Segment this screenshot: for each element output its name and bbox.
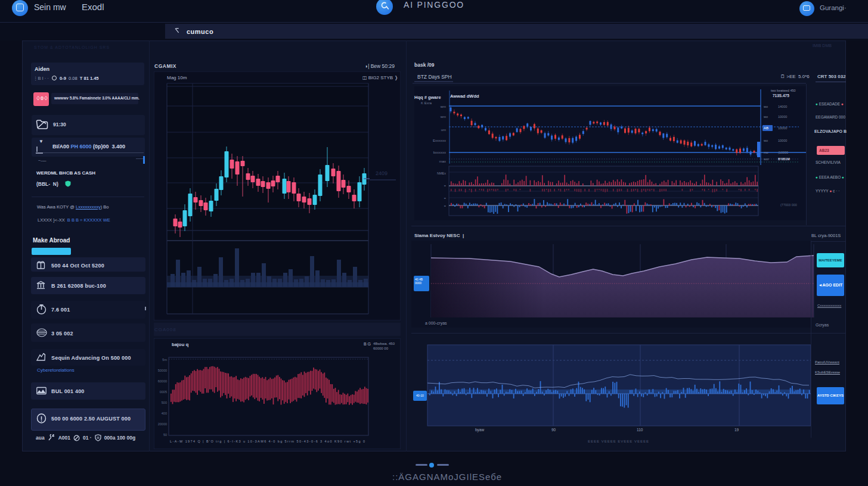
- svg-text:4Bwbwa. 450: 4Bwbwa. 450: [373, 342, 395, 345]
- svg-text:byaw: byaw: [475, 428, 484, 432]
- svg-text:wo: wo: [763, 115, 768, 119]
- svg-text:bask /09: bask /09: [414, 62, 435, 68]
- svg-text:wm: wm: [440, 105, 446, 108]
- svg-text:5m: 5m: [162, 358, 167, 362]
- svg-text:(77003 000: (77003 000: [780, 203, 797, 207]
- svg-text:wor: wor: [763, 157, 769, 161]
- svg-text:=: =: [444, 204, 446, 208]
- svg-text:10000: 10000: [778, 126, 787, 130]
- svg-text:60000: 60000: [158, 379, 167, 383]
- svg-text:NMEx: NMEx: [437, 172, 446, 175]
- svg-text:500: 500: [162, 401, 167, 404]
- svg-text:bajou q: bajou q: [172, 342, 189, 347]
- svg-text:14000: 14000: [778, 105, 787, 108]
- svg-text:two beatwed 450: two beatwed 450: [771, 89, 796, 92]
- svg-text:L-A-W 1974 Q | B'O trg |: L-A-W 1974 Q | B'O trg | 6-I-K3 u 10-3AM…: [170, 440, 365, 443]
- svg-text:0005: 0005: [160, 390, 167, 394]
- svg-text:Awwad dWdd: Awwad dWdd: [450, 94, 479, 99]
- svg-text:50000: 50000: [158, 369, 167, 372]
- svg-text:um: um: [441, 128, 446, 132]
- svg-text:10000: 10000: [778, 115, 787, 119]
- svg-text:=: =: [444, 184, 446, 188]
- svg-text:mo: mo: [764, 151, 768, 154]
- svg-text:20000: 20000: [158, 422, 167, 426]
- svg-text:B'0B1M: B'0B1M: [778, 157, 790, 161]
- svg-text:Hqq # gware: Hqq # gware: [414, 95, 441, 100]
- svg-text:90: 90: [551, 428, 556, 432]
- svg-text:713S.475: 713S.475: [773, 94, 789, 98]
- svg-text:BTZ Days SPH: BTZ Days SPH: [417, 74, 452, 80]
- svg-text:110: 110: [637, 428, 643, 432]
- svg-text:bxxxxxx: bxxxxxx: [433, 151, 446, 154]
- svg-text:K Exra: K Exra: [421, 101, 432, 105]
- svg-text:B G: B G: [364, 342, 371, 346]
- svg-text:Exxxxxx: Exxxxxx: [433, 139, 446, 142]
- svg-text:Mag 10m: Mag 10m: [167, 75, 187, 80]
- svg-text:10000: 10000: [778, 139, 787, 142]
- svg-text:60000 00: 60000 00: [373, 347, 389, 350]
- svg-text:(10000: (10000: [778, 151, 788, 154]
- svg-text:400: 400: [162, 412, 167, 415]
- svg-text:wo: wo: [763, 105, 768, 108]
- svg-text:max: max: [439, 160, 446, 163]
- svg-text:2409: 2409: [376, 170, 388, 176]
- svg-text:wm: wm: [440, 115, 446, 119]
- svg-text:19: 19: [734, 428, 739, 432]
- svg-text:50: 50: [163, 433, 167, 437]
- svg-text:=: =: [444, 197, 446, 200]
- svg-text:◫ BIG2 STYB ❭: ◫ BIG2 STYB ❭: [362, 75, 398, 80]
- svg-text:wo: wo: [763, 139, 768, 142]
- svg-text:AB: AB: [764, 126, 768, 130]
